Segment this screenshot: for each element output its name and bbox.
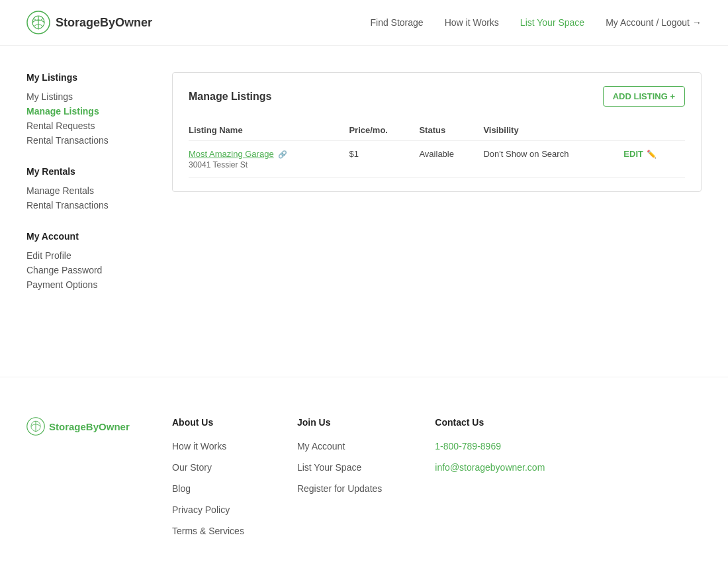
footer-col-join-us: Join Us My Account List Your Space Regis… [297,417,382,547]
footer-register-for-updates[interactable]: Register for Updates [297,483,382,494]
sidebar: My Listings My Listings Manage Listings … [26,72,146,337]
sidebar-item-manage-rentals[interactable]: Manage Rentals [26,183,146,198]
sidebar-my-listings-title: My Listings [26,72,146,83]
listing-name-link[interactable]: Most Amazing Garage [189,149,274,159]
main-content: My Listings My Listings Manage Listings … [0,46,728,377]
manage-listings-title: Manage Listings [189,91,271,103]
listings-table-header: Listing Name Price/mo. Status Visibility [189,120,685,141]
col-status: Status [419,120,483,141]
footer-contact-us-title: Contact Us [435,417,545,428]
footer-how-it-works[interactable]: How it Works [172,441,244,451]
col-visibility: Visibility [483,120,623,141]
nav-find-storage[interactable]: Find Storage [370,17,423,28]
listing-price: $1 [349,141,419,178]
table-row: Most Amazing Garage 🔗 30041 Tessier St $… [189,141,685,178]
nav-how-it-works[interactable]: How it Works [445,17,499,28]
logo[interactable]: StorageByOwner [26,11,152,34]
listing-status: Available [419,141,483,178]
footer-my-account[interactable]: My Account [297,441,382,451]
sidebar-item-rental-transactions-rentals[interactable]: Rental Transactions [26,198,146,213]
content-area: Manage Listings ADD LISTING + Listing Na… [172,72,702,337]
footer-logo-image: StorageByOwner [26,417,132,436]
listing-edit-cell: EDIT ✏️ [623,141,685,178]
footer-col-about-us: About Us How it Works Our Story Blog Pri… [172,417,244,547]
nav-list-your-space[interactable]: List Your Space [520,17,584,28]
sidebar-item-my-listings[interactable]: My Listings [26,89,146,104]
footer: StorageByOwner About Us How it Works Our… [0,377,728,570]
sidebar-section-my-rentals: My Rentals Manage Rentals Rental Transac… [26,166,146,213]
footer-columns: About Us How it Works Our Story Blog Pri… [172,417,702,547]
add-listing-button[interactable]: ADD LISTING + [603,86,685,107]
logo-text: StorageByOwner [56,16,152,30]
manage-listings-box: Manage Listings ADD LISTING + Listing Na… [172,72,702,192]
footer-our-story[interactable]: Our Story [172,462,244,473]
footer-col-contact-us: Contact Us 1-800-789-8969 info@storageby… [435,417,545,547]
footer-terms-services[interactable]: Terms & Services [172,526,244,536]
listing-name-cell: Most Amazing Garage 🔗 30041 Tessier St [189,141,349,178]
listings-table: Listing Name Price/mo. Status Visibility… [189,120,685,178]
manage-listings-header: Manage Listings ADD LISTING + [189,86,685,107]
sidebar-my-account-title: My Account [26,231,146,242]
footer-privacy-policy[interactable]: Privacy Policy [172,504,244,515]
sidebar-item-payment-options[interactable]: Payment Options [26,277,146,292]
sidebar-section-my-listings: My Listings My Listings Manage Listings … [26,72,146,148]
listing-visibility: Don't Show on Search [483,141,623,178]
footer-phone[interactable]: 1-800-789-8969 [435,441,545,451]
listing-address: 30041 Tessier St [189,160,341,169]
col-listing-name: Listing Name [189,120,349,141]
sidebar-item-change-password[interactable]: Change Password [26,263,146,277]
footer-logo: StorageByOwner [26,417,132,547]
logo-icon [26,11,50,34]
listings-table-body: Most Amazing Garage 🔗 30041 Tessier St $… [189,141,685,178]
col-price: Price/mo. [349,120,419,141]
header: StorageByOwner Find Storage How it Works… [0,0,728,46]
sidebar-section-my-account: My Account Edit Profile Change Password … [26,231,146,292]
col-actions [623,120,685,141]
footer-list-your-space[interactable]: List Your Space [297,462,382,473]
footer-top: StorageByOwner About Us How it Works Our… [26,417,702,547]
external-link-icon: 🔗 [278,150,287,158]
main-nav: Find Storage How it Works List Your Spac… [370,17,702,28]
footer-blog[interactable]: Blog [172,483,244,494]
edit-pencil-icon: ✏️ [647,150,657,159]
footer-email[interactable]: info@storagebyowner.com [435,462,545,473]
footer-join-us-title: Join Us [297,417,382,428]
footer-logo-icon [26,417,45,436]
footer-about-us-title: About Us [172,417,244,428]
sidebar-item-rental-requests[interactable]: Rental Requests [26,119,146,133]
nav-my-account-logout[interactable]: My Account / Logout [606,17,702,28]
sidebar-item-rental-transactions-listings[interactable]: Rental Transactions [26,133,146,148]
sidebar-my-rentals-title: My Rentals [26,166,146,177]
sidebar-item-edit-profile[interactable]: Edit Profile [26,248,146,263]
edit-label: EDIT [623,149,643,159]
edit-listing-button[interactable]: EDIT ✏️ [623,149,657,159]
sidebar-item-manage-listings[interactable]: Manage Listings [26,104,146,119]
